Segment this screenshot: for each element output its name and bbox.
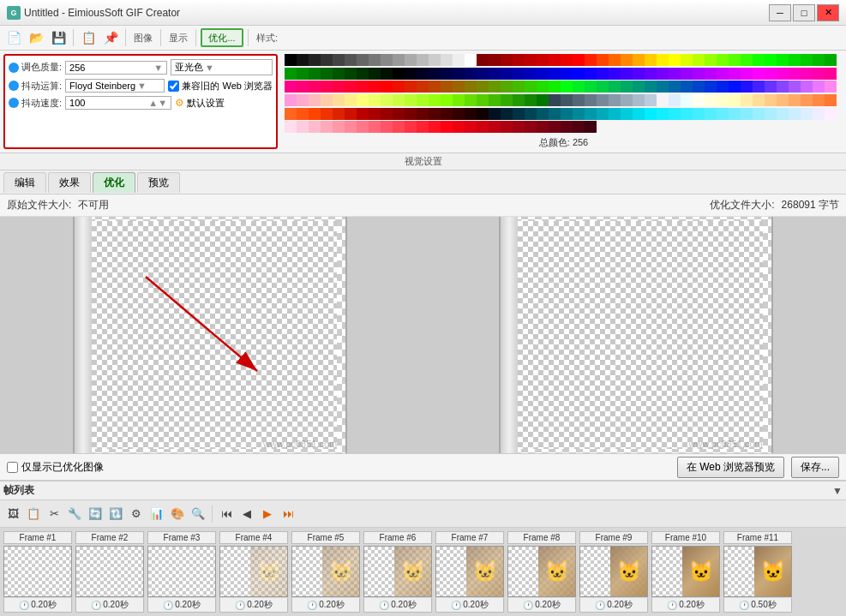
frame-label-5: Frame #5 (291, 531, 360, 544)
paste-button[interactable]: 📌 (100, 28, 121, 47)
frame-item-9[interactable]: Frame #9🐱🕐0.20秒 (579, 531, 648, 613)
tabs-row: 编辑 效果 优化 预览 (0, 170, 846, 194)
open-button[interactable]: 📂 (26, 28, 46, 47)
frame-thumb-10: 🐱 (651, 546, 720, 597)
frame-first-btn[interactable]: ⏮ (217, 505, 236, 523)
frame-btn-4[interactable]: 🔧 (65, 505, 84, 523)
copy-button[interactable]: 📋 (78, 28, 99, 47)
frame-thumb-1 (3, 546, 72, 597)
color-mode-dropdown[interactable]: 亚光色 ▼ (171, 59, 273, 75)
frame-thumb-6: 🐱 (363, 546, 432, 597)
palette-grid (285, 54, 843, 135)
dither-dropdown[interactable]: Floyd Steinberg ▼ (65, 79, 165, 93)
frame-thumb-8: 🐱 (507, 546, 576, 597)
show-optimized-group: 仅显示已优化图像 (7, 460, 104, 475)
frame-time-6: 🕐0.20秒 (363, 598, 432, 613)
frame-prev-btn[interactable]: ◀ (237, 505, 256, 523)
minimize-button[interactable]: ─ (769, 4, 791, 21)
default-settings-label: 默认设置 (187, 97, 225, 110)
frame-btn-10[interactable]: 🔍 (189, 505, 207, 523)
frame-label-9: Frame #9 (579, 531, 648, 544)
frame-label-10: Frame #10 (651, 531, 720, 544)
tab-preview[interactable]: 预览 (137, 172, 180, 193)
frames-container: Frame #1🕐0.20秒Frame #2🕐0.20秒Frame #3🕐0.2… (0, 528, 846, 616)
dither-row: 抖动运算: Floyd Steinberg ▼ 兼容旧的 Web 浏览器 (9, 79, 273, 93)
frame-thumb-7: 🐱 (435, 546, 504, 597)
frame-item-6[interactable]: Frame #6🐱🕐0.20秒 (363, 531, 432, 613)
frame-time-7: 🕐0.20秒 (435, 598, 504, 613)
window-title: Untitled - EimiousSoft GIF Creator (24, 7, 180, 19)
frame-label-8: Frame #8 (507, 531, 576, 544)
frame-next-btn[interactable]: ▶ (258, 505, 277, 523)
quality-label: 调色质量: (9, 61, 62, 74)
web-compat-checkbox[interactable] (168, 81, 179, 92)
frame-btn-5[interactable]: 🔄 (86, 505, 105, 523)
frame-thumb-5: 🐱 (291, 546, 360, 597)
optimized-size-label: 优化文件大小: (710, 198, 774, 212)
quality-value-box[interactable]: 256 ▼ (65, 61, 167, 75)
frame-item-7[interactable]: Frame #7🐱🕐0.20秒 (435, 531, 504, 613)
view-settings-strip: 视觉设置 (0, 153, 846, 170)
optimize-toolbar-tab[interactable]: 优化... (201, 28, 243, 47)
frame-btn-8[interactable]: 📊 (147, 505, 166, 523)
frame-btn-7[interactable]: ⚙ (127, 505, 146, 523)
maximize-button[interactable]: □ (793, 4, 815, 21)
toolbar-section-label-3: 样式: (253, 32, 281, 45)
frame-thumb-11: 🐱 (723, 546, 792, 597)
frame-time-10: 🕐0.20秒 (651, 598, 720, 613)
title-bar: G Untitled - EimiousSoft GIF Creator ─ □… (0, 0, 846, 26)
tab-edit[interactable]: 编辑 (3, 172, 46, 193)
quality-row: 调色质量: 256 ▼ 亚光色 ▼ (9, 59, 273, 75)
main-toolbar: 📄 📂 💾 📋 📌 图像 显示 优化... 样式: (0, 26, 846, 50)
tab-effects[interactable]: 效果 (48, 172, 91, 193)
right-preview-pane: www.pc0351.com (426, 217, 847, 453)
frame-btn-6[interactable]: 🔃 (106, 505, 125, 523)
toolbar-section-label-1: 图像 (130, 32, 156, 45)
frame-label-1: Frame #1 (3, 531, 72, 544)
save-toolbar-button[interactable]: 💾 (48, 28, 69, 47)
frame-btn-9[interactable]: 🎨 (168, 505, 187, 523)
frame-time-9: 🕐0.20秒 (579, 598, 648, 613)
frame-last-btn[interactable]: ⏭ (279, 505, 297, 523)
frame-time-2: 🕐0.20秒 (75, 598, 144, 613)
frame-item-8[interactable]: Frame #8🐱🕐0.20秒 (507, 531, 576, 613)
web-compat-checkbox-label[interactable]: 兼容旧的 Web 浏览器 (168, 80, 273, 93)
dither-speed-label: 抖动速度: (9, 97, 62, 110)
frame-label-2: Frame #2 (75, 531, 144, 544)
frame-time-1: 🕐0.20秒 (3, 598, 72, 613)
frame-item-4[interactable]: Frame #4🐱🕐0.20秒 (219, 531, 288, 613)
frame-list-label: 帧列表 (3, 483, 34, 498)
frame-list-collapse[interactable]: ▼ (832, 485, 843, 497)
dither-speed-value[interactable]: 100 ▲▼ (65, 96, 171, 110)
frame-btn-2[interactable]: 📋 (24, 505, 43, 523)
frame-list-area: 帧列表 ▼ 🖼 📋 ✂ 🔧 🔄 🔃 ⚙ 📊 🎨 🔍 ⏮ ◀ ▶ ⏭ Frame … (0, 481, 846, 616)
frame-item-5[interactable]: Frame #5🐱🕐0.20秒 (291, 531, 360, 613)
show-optimized-label: 仅显示已优化图像 (21, 460, 104, 475)
dither-label: 抖动运算: (9, 80, 62, 93)
frame-btn-1[interactable]: 🖼 (3, 505, 22, 523)
frame-thumb-9: 🐱 (579, 546, 648, 597)
close-button[interactable]: ✕ (817, 4, 839, 21)
frame-item-11[interactable]: Frame #11🐱🕐0.50秒 (723, 531, 792, 613)
frame-thumb-4: 🐱 (219, 546, 288, 597)
preview-section: www.pc0351.com www.pc0351.com (0, 217, 846, 453)
save-button[interactable]: 保存... (791, 457, 839, 478)
frame-btn-3[interactable]: ✂ (45, 505, 63, 523)
optimized-canvas: www.pc0351.com (499, 217, 773, 453)
optimize-settings-panel: 调色质量: 256 ▼ 亚光色 ▼ 抖动运算: Floyd Steinb (3, 54, 278, 149)
web-preview-button[interactable]: 在 Web 浏览器预览 (677, 457, 784, 478)
frame-label-6: Frame #6 (363, 531, 432, 544)
top-section: 调色质量: 256 ▼ 亚光色 ▼ 抖动运算: Floyd Steinb (0, 51, 846, 153)
tab-optimize[interactable]: 优化 (93, 172, 135, 193)
new-button[interactable]: 📄 (3, 28, 24, 47)
frame-label-7: Frame #7 (435, 531, 504, 544)
palette-area: 总颜色: 256 (281, 51, 846, 153)
optimized-size-value: 268091 字节 (782, 198, 839, 212)
app-icon: G (7, 6, 21, 20)
frame-item-3[interactable]: Frame #3🕐0.20秒 (147, 531, 216, 613)
frame-item-1[interactable]: Frame #1🕐0.20秒 (3, 531, 72, 613)
show-optimized-checkbox[interactable] (7, 462, 18, 473)
frame-item-10[interactable]: Frame #10🐱🕐0.20秒 (651, 531, 720, 613)
frame-label-11: Frame #11 (723, 531, 792, 544)
frame-item-2[interactable]: Frame #2🕐0.20秒 (75, 531, 144, 613)
